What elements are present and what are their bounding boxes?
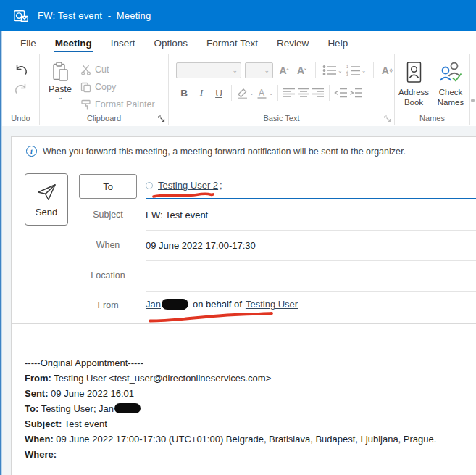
body-line: Subject: Test event [25, 416, 470, 431]
to-field[interactable]: Testing User 2; [146, 180, 222, 191]
divider [277, 85, 278, 101]
font-color-icon: A [256, 87, 268, 99]
ribbon-group-clipboard: Paste ⌄ Cut Copy [40, 54, 169, 125]
paste-dropdown-chevron: ⌄ [57, 94, 63, 100]
underline-button[interactable]: U [211, 86, 227, 100]
ribbon: Undo Paste ⌄ Cut [2, 54, 476, 125]
tab-options[interactable]: Options [145, 31, 198, 54]
font-color-button[interactable]: A ⌄ [256, 86, 274, 100]
divider [315, 62, 316, 78]
tab-format-text[interactable]: Format Text [197, 31, 267, 54]
shrink-font-button[interactable]: Aˇ [295, 63, 309, 78]
tab-review[interactable]: Review [267, 31, 318, 54]
redo-button[interactable] [12, 82, 30, 96]
basic-text-group-label: Basic Text [169, 114, 394, 123]
body-line: To: Testing User; Jan [25, 401, 470, 416]
ribbon-group-basic-text: ⌄ ⌄ Aˆ Aˇ ⌄ 1 2 3 ⌄ [169, 54, 395, 125]
presence-indicator-icon [146, 182, 153, 189]
when-field: 09 June 2022 17:00-17:30 [146, 240, 256, 251]
tab-insert[interactable]: Insert [101, 31, 145, 54]
font-size-combobox[interactable]: ⌄ [245, 62, 273, 78]
chevron-down-icon: ⌄ [249, 90, 254, 96]
divider [329, 85, 330, 101]
decrease-indent-icon [334, 88, 348, 98]
subject-label: Subject [79, 210, 137, 220]
align-right-button[interactable] [312, 86, 325, 100]
cut-button[interactable]: Cut [80, 61, 155, 78]
recipient-chip[interactable]: Testing User 2 [158, 180, 218, 191]
copy-button[interactable]: Copy [80, 78, 155, 96]
align-left-button[interactable] [283, 86, 296, 100]
send-button[interactable]: Send [25, 173, 68, 226]
infobar-text: When you forward this meeting, a meeting… [43, 146, 406, 157]
decrease-indent-button[interactable] [334, 86, 348, 100]
clipboard-group-label: Clipboard [40, 114, 168, 123]
highlighter-icon [236, 87, 249, 99]
outlook-meeting-icon [13, 8, 29, 24]
location-label: Location [79, 270, 137, 281]
ribbon-group-names: Address Book Check Names Names [395, 54, 470, 125]
check-names-icon [438, 61, 463, 84]
body-line: Sent: 09 June 2022 16:01 [25, 386, 470, 401]
basic-text-dialog-launcher-icon[interactable] [384, 115, 391, 123]
numbering-button[interactable]: 1 2 3 ⌄ [346, 63, 367, 78]
infobar: i When you forward this meeting, a meeti… [26, 146, 469, 157]
tab-help[interactable]: Help [318, 31, 357, 54]
grow-font-button[interactable]: Aˆ [277, 63, 291, 78]
when-label: When [79, 240, 137, 250]
address-book-icon [403, 61, 425, 84]
from-organizer-link[interactable]: Testing User [246, 299, 298, 310]
divider [373, 62, 374, 78]
active-tab-underline [54, 51, 93, 53]
body-line: -----Original Appointment----- [25, 355, 470, 371]
subject-field[interactable]: FW: Test event [146, 210, 208, 220]
undo-button[interactable] [12, 63, 30, 78]
undo-icon [14, 65, 28, 76]
to-button[interactable]: To [79, 174, 137, 199]
title-bar: FW: Test event - Meeting [0, 0, 476, 31]
send-icon [36, 182, 57, 202]
numbering-icon: 1 2 3 [346, 65, 361, 76]
message-body[interactable]: -----Original Appointment----- From: Tes… [25, 355, 470, 462]
font-name-combobox[interactable]: ⌄ [176, 62, 241, 78]
info-icon: i [26, 146, 37, 157]
text-highlight-button[interactable]: ⌄ [236, 86, 254, 100]
chevron-down-icon: ⌄ [264, 67, 270, 74]
names-group-label: Names [395, 114, 469, 123]
redacted-name [162, 299, 188, 310]
chevron-down-icon: ⌄ [269, 90, 274, 96]
paste-icon [51, 62, 70, 82]
undo-group-label: Undo [2, 114, 39, 123]
clipboard-dialog-launcher-icon[interactable] [158, 115, 165, 123]
ribbon-group-undo: Undo [2, 54, 40, 125]
body-line: Where: [25, 447, 470, 462]
redo-icon [14, 83, 28, 95]
red-underline-annotation [148, 311, 275, 323]
tab-meeting[interactable]: Meeting [46, 31, 101, 54]
format-painter-button[interactable]: Format Painter [80, 96, 155, 113]
svg-text:3: 3 [346, 73, 348, 76]
tab-file[interactable]: File [11, 31, 46, 54]
align-right-icon [312, 88, 325, 98]
svg-text:A: A [259, 88, 264, 98]
align-center-icon [297, 88, 310, 98]
italic-button[interactable]: I [193, 86, 209, 100]
format-painter-icon [80, 99, 91, 110]
align-center-button[interactable] [297, 86, 310, 100]
clear-formatting-button[interactable]: A◊ [380, 63, 394, 78]
partial-icon [471, 99, 475, 102]
redacted-name [114, 403, 141, 413]
chevron-down-icon: ⌄ [362, 67, 367, 74]
increase-indent-button[interactable] [349, 86, 363, 100]
from-sender-link[interactable]: Jan [146, 299, 161, 310]
active-field-underline [146, 198, 476, 199]
copy-icon [80, 82, 91, 93]
ribbon-group-partial [470, 54, 476, 125]
bold-button[interactable]: B [176, 86, 192, 100]
ribbon-tab-bar: File Meeting Insert Options Format Text … [2, 31, 476, 54]
field-divider [146, 291, 476, 292]
from-field: Jan on behalf of Testing User [146, 299, 298, 310]
field-divider [146, 260, 476, 261]
increase-indent-icon [349, 88, 363, 98]
bullets-button[interactable]: ⌄ [322, 63, 343, 78]
